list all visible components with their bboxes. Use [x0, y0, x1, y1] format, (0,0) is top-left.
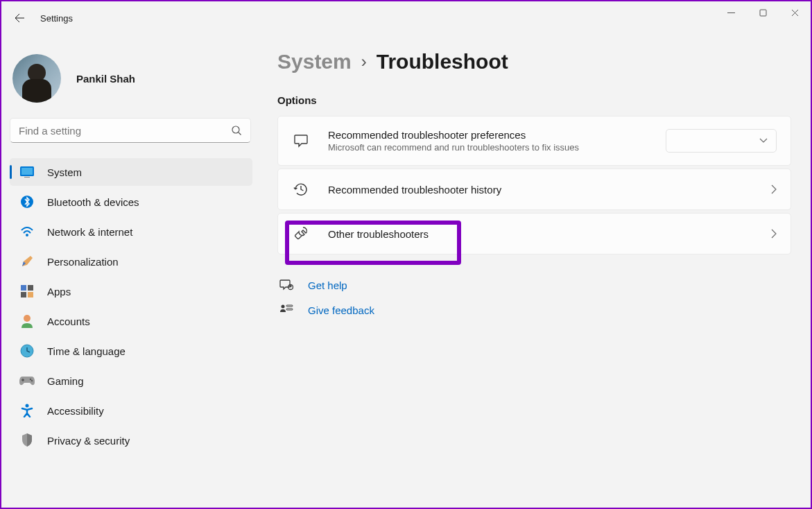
sidebar-item-privacy[interactable]: Privacy & security	[10, 426, 252, 454]
chevron-right-icon	[771, 184, 777, 194]
sidebar-item-accounts[interactable]: Accounts	[10, 307, 252, 335]
svg-point-7	[26, 234, 28, 236]
sidebar-item-label: Privacy & security	[47, 435, 130, 447]
sidebar-item-label: Gaming	[47, 375, 84, 387]
sidebar-item-label: System	[47, 166, 82, 178]
minimize-icon	[727, 9, 735, 17]
chevron-right-icon	[771, 229, 777, 239]
sidebar: Pankil Shah System Bluetooth & devices	[1, 35, 258, 508]
user-profile[interactable]: Pankil Shah	[7, 46, 258, 115]
sidebar-item-label: Apps	[47, 286, 71, 297]
breadcrumb-parent[interactable]: System	[277, 50, 352, 74]
help-icon	[277, 278, 295, 292]
maximize-icon	[759, 9, 767, 17]
sidebar-item-time[interactable]: Time & language	[10, 337, 252, 365]
maximize-button[interactable]	[747, 1, 779, 24]
feedback-icon	[277, 303, 295, 317]
sidebar-item-network[interactable]: Network & internet	[10, 218, 252, 245]
svg-point-18	[282, 305, 285, 309]
apps-icon	[19, 284, 35, 299]
card-other-troubleshooters[interactable]: Other troubleshooters	[277, 213, 791, 254]
svg-rect-4	[21, 168, 33, 175]
wrench-icon	[292, 226, 310, 241]
arrow-left-icon	[14, 12, 25, 24]
avatar	[12, 54, 61, 103]
breadcrumb-current: Troubleshoot	[377, 50, 508, 74]
time-icon	[19, 343, 35, 359]
sidebar-item-label: Bluetooth & devices	[47, 196, 139, 208]
svg-rect-10	[21, 292, 26, 297]
sidebar-item-gaming[interactable]: Gaming	[10, 367, 252, 395]
card-title: Recommended troubleshooter history	[328, 184, 771, 196]
card-title: Recommended troubleshooter preferences	[328, 129, 653, 141]
gaming-icon	[19, 373, 35, 388]
svg-point-15	[31, 380, 33, 381]
search-box[interactable]	[10, 118, 251, 143]
chevron-down-icon	[759, 138, 768, 144]
preferences-dropdown[interactable]	[666, 129, 777, 153]
sidebar-item-label: Network & internet	[47, 226, 132, 238]
card-troubleshooter-preferences[interactable]: Recommended troubleshooter preferences M…	[277, 116, 791, 166]
sidebar-item-label: Personalization	[47, 256, 119, 268]
get-help-link[interactable]: Get help	[277, 273, 791, 297]
section-title: Options	[277, 94, 791, 106]
sidebar-item-personalization[interactable]: Personalization	[10, 248, 252, 275]
accounts-icon	[19, 313, 35, 329]
sidebar-item-label: Time & language	[47, 345, 126, 357]
help-link-label: Give feedback	[308, 304, 374, 316]
card-troubleshooter-history[interactable]: Recommended troubleshooter history	[277, 169, 791, 210]
privacy-icon	[19, 433, 35, 448]
search-icon	[231, 125, 242, 136]
personalization-icon	[19, 254, 35, 269]
network-icon	[19, 224, 35, 239]
sidebar-item-label: Accounts	[47, 316, 90, 327]
svg-rect-5	[24, 177, 30, 178]
svg-point-14	[30, 379, 31, 380]
window-title: Settings	[40, 13, 73, 24]
sidebar-item-bluetooth[interactable]: Bluetooth & devices	[10, 188, 252, 216]
close-icon	[791, 9, 799, 17]
titlebar: Settings	[1, 1, 811, 35]
search-input[interactable]	[19, 125, 231, 137]
svg-point-16	[26, 404, 29, 408]
breadcrumb: System › Troubleshoot	[277, 50, 791, 74]
accessibility-icon	[19, 403, 35, 418]
bluetooth-icon	[19, 194, 35, 209]
svg-rect-9	[28, 285, 33, 291]
main-content: System › Troubleshoot Options Recommende…	[258, 35, 811, 508]
close-button[interactable]	[779, 1, 811, 24]
svg-point-2	[232, 126, 239, 133]
chevron-right-icon: ›	[361, 52, 367, 71]
svg-rect-19	[286, 305, 293, 307]
give-feedback-link[interactable]: Give feedback	[277, 297, 791, 322]
card-subtitle: Microsoft can recommend and run troubles…	[328, 142, 653, 153]
svg-rect-11	[28, 292, 33, 297]
sidebar-nav: System Bluetooth & devices Network & int…	[7, 158, 258, 454]
help-link-label: Get help	[308, 279, 347, 291]
system-icon	[19, 164, 35, 180]
user-name: Pankil Shah	[76, 73, 135, 85]
history-icon	[292, 182, 310, 197]
sidebar-item-label: Accessibility	[47, 405, 104, 417]
chat-icon	[292, 133, 310, 148]
sidebar-item-system[interactable]: System	[10, 158, 252, 186]
svg-rect-1	[760, 10, 766, 16]
sidebar-item-apps[interactable]: Apps	[10, 277, 252, 305]
sidebar-item-accessibility[interactable]: Accessibility	[10, 397, 252, 424]
help-links: Get help Give feedback	[277, 273, 791, 322]
back-button[interactable]	[4, 3, 35, 33]
card-title: Other troubleshooters	[328, 228, 771, 240]
svg-point-12	[24, 315, 31, 322]
svg-rect-8	[21, 285, 26, 291]
svg-rect-20	[286, 309, 293, 310]
minimize-button[interactable]	[715, 1, 747, 24]
